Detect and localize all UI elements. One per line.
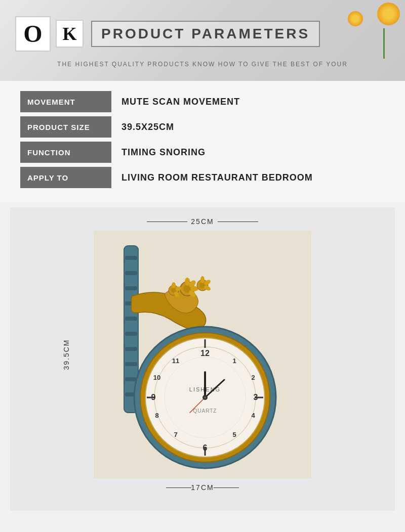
svg-text:7: 7	[174, 431, 177, 438]
dimension-top: 25CM	[191, 217, 214, 226]
param-value: MUTE SCAN MOVEMENT	[111, 91, 250, 112]
param-row: APPLY TOLIVING ROOM RESTAURANT BEDROOM	[20, 167, 385, 188]
svg-text:5: 5	[232, 431, 236, 438]
svg-rect-6	[125, 317, 137, 321]
svg-rect-4	[125, 286, 137, 290]
param-row: FUNCTIONTIMING SNORING	[20, 142, 385, 163]
param-label: FUNCTION	[20, 142, 111, 163]
svg-rect-2	[125, 256, 137, 260]
svg-point-20	[200, 276, 205, 283]
param-value: 39.5X25CM	[111, 116, 184, 138]
svg-text:9: 9	[151, 393, 156, 402]
svg-rect-8	[125, 347, 137, 351]
svg-text:12: 12	[200, 349, 210, 358]
clock-image-area: 12 3 6 9 1 2 4 5 7 8 10 11 LISHENG QUART…	[94, 231, 311, 478]
svg-text:8: 8	[155, 412, 158, 419]
clock-wrapper: 39.5CM	[20, 231, 385, 478]
svg-rect-7	[125, 332, 137, 336]
param-row: PRODUCT SIZE39.5X25CM	[20, 116, 385, 138]
params-section: MOVEMENTMUTE SCAN MOVEMENTPRODUCT SIZE39…	[0, 81, 405, 202]
svg-text:QUARTZ: QUARTZ	[193, 408, 217, 414]
param-label: PRODUCT SIZE	[20, 116, 111, 138]
svg-text:2: 2	[251, 374, 255, 381]
dimension-left: 39.5CM	[62, 339, 70, 370]
param-label: APPLY TO	[20, 167, 111, 188]
header-subtitle: THE HIGHEST QUALITY PRODUCTS KNOW HOW TO…	[15, 61, 390, 68]
dimension-bottom: 17CM	[191, 483, 214, 492]
svg-rect-10	[125, 377, 137, 381]
param-value: LIVING ROOM RESTAURANT BEDROOM	[111, 167, 323, 188]
svg-text:1: 1	[232, 357, 236, 365]
svg-text:10: 10	[153, 374, 160, 381]
svg-text:4: 4	[251, 412, 255, 419]
header-section: O K PRODUCT PARAMETERS THE HIGHEST QUALI…	[0, 0, 405, 81]
clock-section: 25CM 39.5CM	[10, 207, 395, 511]
svg-rect-9	[125, 362, 137, 366]
param-label: MOVEMENT	[20, 91, 111, 112]
header-top: O K PRODUCT PARAMETERS	[15, 16, 390, 52]
flower-small	[348, 11, 363, 26]
svg-text:6: 6	[203, 444, 208, 452]
svg-point-56	[204, 396, 206, 398]
svg-rect-3	[125, 271, 137, 275]
flower-decoration	[348, 3, 400, 59]
flower-large	[377, 3, 400, 25]
param-value: TIMING SNORING	[111, 142, 216, 163]
product-params-title: PRODUCT PARAMETERS	[91, 21, 320, 47]
svg-point-25	[172, 282, 176, 288]
logo-o: O	[15, 16, 51, 52]
param-row: MOVEMENTMUTE SCAN MOVEMENT	[20, 91, 385, 112]
flower-stem	[383, 28, 385, 59]
svg-text:3: 3	[254, 393, 258, 402]
clock-svg: 12 3 6 9 1 2 4 5 7 8 10 11 LISHENG QUART…	[94, 231, 311, 478]
svg-text:11: 11	[172, 357, 179, 365]
logo-k: K	[56, 20, 84, 48]
